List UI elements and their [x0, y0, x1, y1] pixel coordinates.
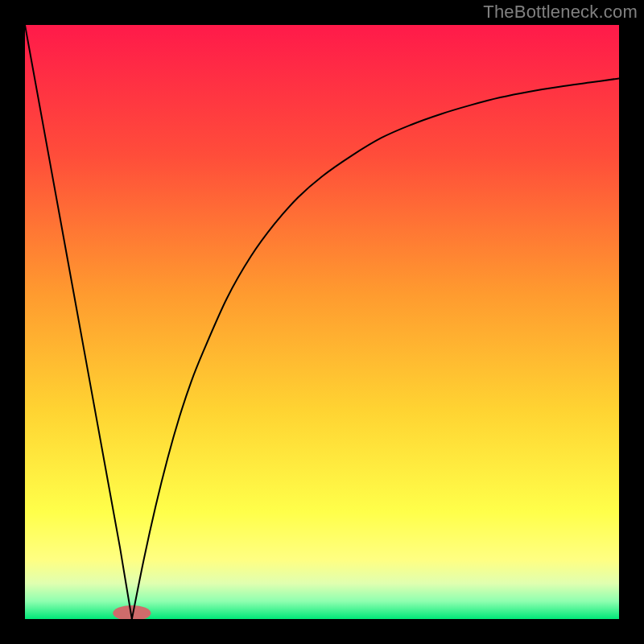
chart-frame: TheBottleneck.com — [0, 0, 644, 644]
attribution-watermark: TheBottleneck.com — [483, 2, 638, 23]
chart-svg — [25, 25, 619, 619]
plot-area — [25, 25, 619, 619]
chart-background — [25, 25, 619, 619]
